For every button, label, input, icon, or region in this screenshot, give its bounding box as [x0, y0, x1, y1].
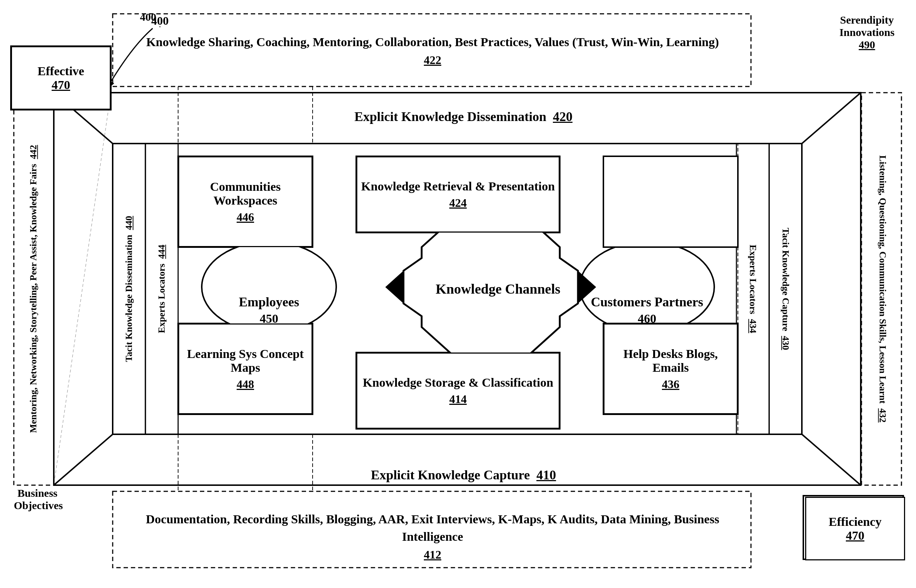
- left-side-text-container: Mentoring, Networking, Storytelling, Pee…: [14, 93, 53, 485]
- learning-sys-number: 448: [237, 378, 254, 391]
- efficiency-box: Efficiency 470: [805, 497, 905, 561]
- tacit-dissemination-label: Tacit Knowledge Dissemination 440: [124, 216, 134, 362]
- right-side-text: Listening, Questioning, Communication Sk…: [877, 155, 888, 422]
- svg-line-6: [802, 93, 861, 144]
- communities-box: Communities Workspaces 446: [178, 156, 313, 247]
- knowledge-channels-label-container: Knowledge Channels: [393, 267, 603, 311]
- effective-number: 470: [52, 78, 70, 92]
- experts-locators-right-container: Experts Locators 434: [737, 144, 769, 434]
- serendipity-number: 490: [859, 39, 875, 50]
- serendipity-box: Serendipity Innovations 490: [829, 14, 905, 51]
- effective-label: Effective: [37, 64, 84, 78]
- help-desks-number: 436: [662, 378, 679, 391]
- explicit-dissemination-label: Explicit Knowledge Dissemination 420: [127, 109, 800, 124]
- tacit-capture-container: Tacit Knowledge Capture 430: [769, 144, 802, 434]
- serendipity-label: Serendipity Innovations: [839, 14, 895, 38]
- top-annotation-box: Knowledge Sharing, Coaching, Mentoring, …: [115, 14, 751, 87]
- customers-label: Customers Partners: [591, 294, 703, 310]
- communities-label: Communities Workspaces: [179, 180, 312, 207]
- knowledge-retrieval-number: 424: [449, 196, 467, 210]
- top-annotation-number: 422: [424, 53, 441, 67]
- top-annotation-text: Knowledge Sharing, Coaching, Mentoring, …: [146, 34, 719, 51]
- communities-number: 446: [237, 210, 254, 224]
- svg-line-5: [54, 434, 113, 485]
- employees-label: Employees: [239, 294, 299, 310]
- right-side-text-container: Listening, Questioning, Communication Sk…: [863, 93, 902, 485]
- employees-label-container: Employees 450: [202, 265, 336, 355]
- help-desks-label: Help Desks Blogs, Emails: [604, 347, 737, 375]
- experts-locators-left-label: Experts Locators 444: [156, 245, 167, 333]
- efficiency-number: 470: [846, 529, 864, 543]
- help-desks-box: Help Desks Blogs, Emails 436: [603, 323, 738, 414]
- knowledge-storage-box: Knowledge Storage & Classification 414: [356, 352, 560, 429]
- tacit-capture-label: Tacit Knowledge Capture 430: [780, 228, 791, 351]
- knowledge-retrieval-box: Knowledge Retrieval & Presentation 424: [356, 156, 560, 233]
- bottom-annotation-box: Documentation, Recording Skills, Bloggin…: [115, 498, 751, 574]
- knowledge-channels-label: Knowledge Channels: [435, 281, 560, 297]
- svg-line-7: [802, 434, 861, 485]
- svg-line-32: [54, 93, 111, 485]
- svg-rect-24: [603, 156, 738, 247]
- tacit-dissemination-container: Tacit Knowledge Dissemination 440: [113, 144, 145, 434]
- knowledge-storage-label: Knowledge Storage & Classification: [363, 376, 553, 389]
- left-side-text: Mentoring, Networking, Storytelling, Pee…: [28, 145, 39, 433]
- experts-locators-left-container: Experts Locators 444: [145, 144, 178, 434]
- bottom-annotation-number: 412: [424, 548, 441, 562]
- diagram: 400: [0, 0, 916, 588]
- explicit-capture-label: Explicit Knowledge Capture 410: [127, 467, 800, 483]
- employees-number: 450: [260, 312, 278, 326]
- knowledge-storage-number: 414: [449, 393, 467, 406]
- business-objectives-label: Business Objectives: [14, 487, 61, 512]
- knowledge-retrieval-label: Knowledge Retrieval & Presentation: [361, 179, 555, 193]
- efficiency-label: Efficiency: [829, 515, 882, 529]
- experts-locators-right-label: Experts Locators 434: [747, 245, 758, 333]
- bottom-annotation-text: Documentation, Recording Skills, Bloggin…: [115, 510, 751, 545]
